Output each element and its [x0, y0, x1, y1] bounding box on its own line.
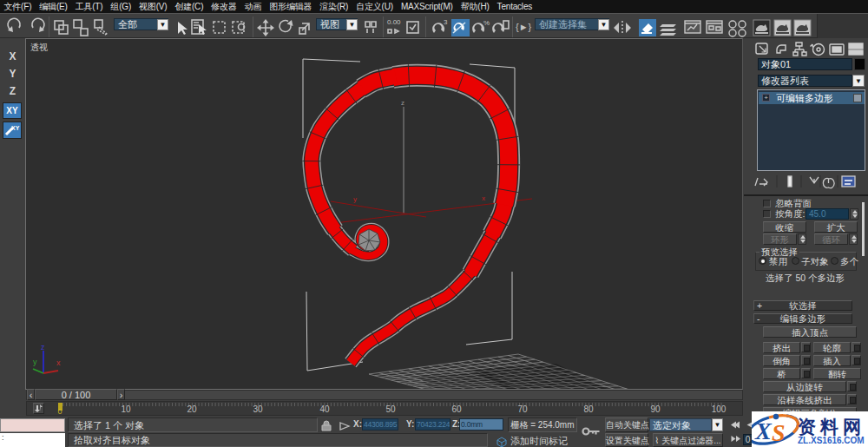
- svg-text:0.00: 0.00: [387, 18, 401, 26]
- svg-text:y: y: [33, 358, 37, 366]
- svg-text:100: 100: [712, 404, 727, 414]
- svg-text:10: 10: [121, 404, 131, 414]
- svg-text:70: 70: [517, 404, 528, 414]
- svg-text:80: 80: [583, 404, 594, 414]
- svg-text:30: 30: [253, 404, 263, 414]
- svg-text:S: S: [772, 419, 786, 446]
- svg-text:50: 50: [385, 404, 396, 414]
- svg-text:3: 3: [444, 18, 448, 26]
- svg-text:x: x: [482, 194, 485, 202]
- svg-text:z: z: [401, 99, 404, 107]
- svg-text:ZL.XS1616.COM: ZL.XS1616.COM: [798, 436, 865, 445]
- svg-text:资料网: 资料网: [798, 417, 865, 437]
- svg-text:60: 60: [451, 404, 462, 414]
- svg-text:X: X: [754, 417, 773, 444]
- svg-text:透视: 透视: [30, 43, 48, 52]
- svg-text:%: %: [483, 19, 490, 27]
- svg-text:0: 0: [57, 407, 62, 415]
- svg-text:20: 20: [187, 404, 197, 414]
- svg-text:40: 40: [319, 404, 330, 414]
- svg-text:XY: XY: [11, 125, 20, 131]
- svg-text:z: z: [41, 343, 45, 352]
- svg-text:90: 90: [650, 404, 661, 414]
- svg-text:x: x: [56, 358, 61, 367]
- svg-text:y: y: [353, 195, 357, 203]
- svg-text:{►}: {►}: [516, 22, 532, 32]
